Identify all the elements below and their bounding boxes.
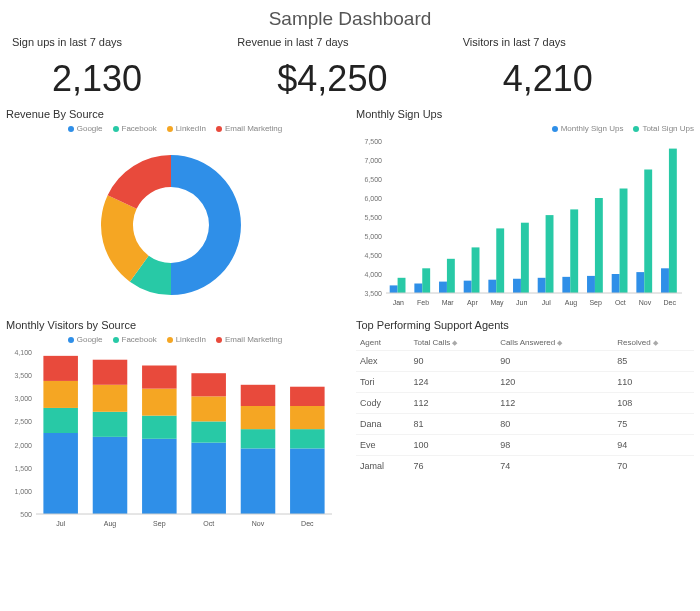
svg-rect-25 — [521, 223, 529, 293]
svg-rect-43 — [669, 149, 677, 293]
svg-text:2,000: 2,000 — [14, 442, 32, 449]
svg-rect-71 — [191, 396, 226, 421]
table-cell: 90 — [409, 351, 496, 372]
svg-text:4,000: 4,000 — [364, 271, 382, 278]
svg-rect-13 — [422, 268, 430, 293]
svg-text:Aug: Aug — [565, 299, 578, 307]
svg-text:Nov: Nov — [639, 299, 652, 306]
svg-rect-79 — [290, 448, 325, 514]
kpi-value: 2,130 — [12, 58, 237, 100]
table-cell: 90 — [496, 351, 613, 372]
sort-icon[interactable]: ◆ — [452, 339, 457, 346]
svg-rect-30 — [562, 277, 570, 293]
table-cell: 120 — [496, 372, 613, 393]
page-title: Sample Dashboard — [0, 0, 700, 36]
svg-text:5,000: 5,000 — [364, 233, 382, 240]
svg-rect-21 — [488, 280, 496, 293]
svg-rect-28 — [546, 215, 554, 293]
svg-rect-27 — [538, 278, 546, 293]
kpi-visitors: Visitors in last 7 days 4,210 — [463, 36, 688, 100]
legend-label: LinkedIn — [176, 335, 206, 344]
legend-label: Google — [77, 124, 103, 133]
table-header[interactable]: Total Calls◆ — [409, 335, 496, 351]
legend-label: Email Marketing — [225, 124, 282, 133]
svg-rect-15 — [439, 282, 447, 293]
panel-title: Top Performing Support Agents — [356, 319, 694, 331]
kpi-label: Visitors in last 7 days — [463, 36, 688, 48]
svg-rect-34 — [595, 198, 603, 293]
legend-label: Facebook — [122, 335, 157, 344]
legend-dot-email-icon — [216, 126, 222, 132]
legend-dot-email-icon — [216, 337, 222, 343]
svg-text:6,000: 6,000 — [364, 195, 382, 202]
panel-revenue-by-source: Revenue By Source Google Facebook Linked… — [6, 108, 344, 307]
svg-text:5,500: 5,500 — [364, 214, 382, 221]
table-cell: 124 — [409, 372, 496, 393]
svg-text:Apr: Apr — [467, 299, 479, 307]
table-header[interactable]: Calls Answered◆ — [496, 335, 613, 351]
svg-rect-42 — [661, 268, 669, 293]
legend-dot-google-icon — [68, 337, 74, 343]
svg-rect-72 — [191, 373, 226, 396]
table-header[interactable]: Resolved◆ — [613, 335, 694, 351]
svg-text:3,500: 3,500 — [364, 290, 382, 297]
panel-monthly-signups: Monthly Sign Ups Monthly Sign Ups Total … — [356, 108, 694, 307]
legend: Google Facebook LinkedIn Email Marketing — [6, 335, 344, 344]
table-cell: Eve — [356, 435, 409, 456]
panel-top-agents: Top Performing Support Agents AgentTotal… — [356, 319, 694, 528]
svg-rect-37 — [620, 189, 628, 294]
legend-label: LinkedIn — [176, 124, 206, 133]
table-cell: 108 — [613, 393, 694, 414]
svg-rect-18 — [464, 281, 472, 293]
svg-rect-65 — [142, 416, 177, 439]
svg-rect-9 — [390, 285, 398, 293]
kpi-revenue: Revenue in last 7 days $4,250 — [237, 36, 462, 100]
table-cell: Jamal — [356, 456, 409, 477]
svg-text:Mar: Mar — [442, 299, 455, 306]
svg-rect-69 — [191, 443, 226, 514]
legend-dot-total-icon — [633, 126, 639, 132]
svg-rect-54 — [43, 433, 78, 514]
table-cell: 98 — [496, 435, 613, 456]
panel-monthly-visitors: Monthly Visitors by Source Google Facebo… — [6, 319, 344, 528]
kpi-label: Sign ups in last 7 days — [12, 36, 237, 48]
svg-rect-80 — [290, 429, 325, 448]
visitors-chart: 4,1003,5003,0002,5002,0001,5001,000500Ju… — [6, 348, 336, 528]
legend-label: Email Marketing — [225, 335, 282, 344]
legend-dot-google-icon — [68, 126, 74, 132]
svg-rect-16 — [447, 259, 455, 293]
svg-text:Sep: Sep — [153, 520, 166, 528]
table-cell: 81 — [409, 414, 496, 435]
svg-rect-77 — [241, 385, 276, 406]
table-cell: Tori — [356, 372, 409, 393]
sort-icon[interactable]: ◆ — [557, 339, 562, 346]
svg-text:1,500: 1,500 — [14, 465, 32, 472]
svg-text:Jul: Jul — [542, 299, 551, 306]
svg-text:Dec: Dec — [663, 299, 676, 306]
svg-rect-40 — [644, 170, 652, 294]
svg-text:Jan: Jan — [393, 299, 404, 306]
svg-rect-24 — [513, 279, 521, 293]
table-cell: 112 — [409, 393, 496, 414]
table-cell: Cody — [356, 393, 409, 414]
table-row: Jamal767470 — [356, 456, 694, 477]
svg-rect-56 — [43, 381, 78, 408]
svg-rect-59 — [93, 437, 128, 514]
table-header[interactable]: Agent — [356, 335, 409, 351]
table-cell: Alex — [356, 351, 409, 372]
svg-text:Oct: Oct — [203, 520, 214, 527]
svg-rect-64 — [142, 439, 177, 514]
svg-rect-57 — [43, 356, 78, 381]
table-cell: 70 — [613, 456, 694, 477]
kpi-signups: Sign ups in last 7 days 2,130 — [12, 36, 237, 100]
sort-icon[interactable]: ◆ — [653, 339, 658, 346]
table-cell: 85 — [613, 351, 694, 372]
legend-dot-linkedin-icon — [167, 126, 173, 132]
svg-rect-62 — [93, 360, 128, 385]
svg-rect-74 — [241, 448, 276, 514]
svg-text:Dec: Dec — [301, 520, 314, 527]
svg-rect-66 — [142, 389, 177, 416]
table-row: Dana818075 — [356, 414, 694, 435]
svg-text:500: 500 — [20, 511, 32, 518]
legend-dot-monthly-icon — [552, 126, 558, 132]
